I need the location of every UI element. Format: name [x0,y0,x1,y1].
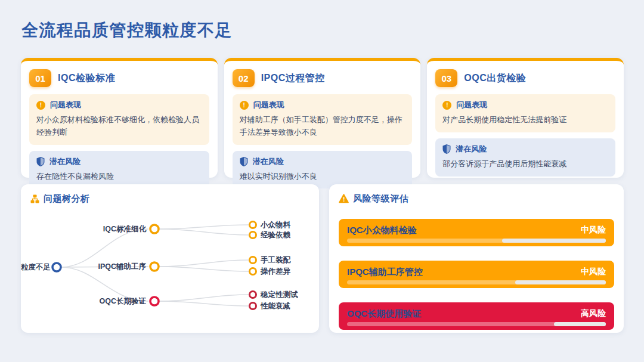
risk-box: 潜在风险 难以实时识别微小不良 [233,151,413,189]
number-badge: 02 [233,69,255,87]
tree-root-label: 粒度不足 [21,263,51,271]
problem-label: 问题表现 [253,100,284,110]
tree-leaf-label: 手工装配 [261,255,292,264]
risk-progress-track [347,280,606,284]
risk-bar-label: IQC小众物料检验 [347,225,417,236]
tree-branch-node [150,297,159,305]
risk-level-badge: 中风险 [581,225,606,236]
risk-label: 潜在风险 [253,156,284,167]
card-title: IPQC过程管控 [261,72,325,85]
tree-branch-label: OQC长期验证 [100,297,147,305]
card-header: 03 OQC出货检验 [435,69,615,87]
org-tree-icon [30,194,39,203]
tree-leaf-node [250,257,256,264]
alert-circle-icon: ! [36,101,45,110]
risk-bar-label: IPQC辅助工序管控 [347,267,423,278]
problem-box: ! 问题表现 对辅助工序（如手工装配）管控力度不足，操作手法差异导致微小不良 [233,94,413,145]
risk-text: 难以实时识别微小不良 [240,171,405,183]
risk-label: 潜在风险 [456,144,487,154]
risk-bar-label: OQC长期使用验证 [347,308,421,320]
tree-root-node [52,263,61,271]
risk-label: 潜在风险 [49,156,80,167]
risk-box: 潜在风险 存在隐性不良漏检风险 [29,151,209,189]
tree-leaf-node [250,232,256,239]
risk-bar-iqc: IQC小众物料检验 中风险 [339,219,614,246]
warning-triangle-icon [339,194,349,203]
problem-box-header: ! 问题表现 [442,100,608,110]
risk-progress-remaining [554,322,606,326]
risk-assessment-panel: 风险等级评估 IQC小众物料检验 中风险 IPQC辅助工序管控 中风险 OQC长… [329,184,624,333]
risk-progress-track [347,322,606,326]
risk-level-badge: 中风险 [581,267,606,277]
tree-leaf-node [250,292,256,298]
risk-panel-title: 风险等级评估 [353,193,408,205]
problem-tree-diagram: 粒度不足 IQC标准细化 IPQC辅助工序 OQC长期验证 小众物料 经验依赖 … [21,208,319,330]
tree-panel-header: 问题树分析 [30,193,309,205]
process-cards-row: 01 IQC检验标准 ! 问题表现 对小众原材料检验标准不够细化，依赖检验人员经… [21,58,624,178]
problem-text: 对产品长期使用稳定性无法提前验证 [442,114,608,126]
card-ipqc: 02 IPQC过程管控 ! 问题表现 对辅助工序（如手工装配）管控力度不足，操作… [224,58,421,178]
alert-circle-icon: ! [240,101,249,110]
card-title: OQC出货检验 [464,72,526,85]
card-title: IQC检验标准 [58,72,115,85]
problem-text: 对小众原材料检验标准不够细化，依赖检验人员经验判断 [36,114,202,139]
tree-leaf-label: 小众物料 [260,221,291,229]
risk-progress-track [347,239,606,243]
tree-leaf-node [250,268,256,275]
risk-bar-ipqc: IPQC辅助工序管控 中风险 [339,261,614,288]
risk-progress-remaining [502,239,606,243]
problem-box-header: ! 问题表现 [36,100,202,110]
risk-box-header: 潜在风险 [36,156,202,167]
tree-branch-label: IQC标准细化 [103,225,147,233]
problem-label: 问题表现 [50,100,81,110]
shield-icon [442,144,451,154]
problem-box: ! 问题表现 对小众原材料检验标准不够细化，依赖检验人员经验判断 [29,94,209,145]
problem-tree-panel: 问题树分析 粒度不足 IQC标准细化 IPQC辅助工序 OQC长期验证 小众物料… [21,184,319,333]
risk-box: 潜在风险 部分客诉源于产品使用后期性能衰减 [435,138,615,177]
shield-icon [36,157,45,166]
problem-box: ! 问题表现 对产品长期使用稳定性无法提前验证 [435,94,615,132]
alert-circle-icon: ! [442,101,451,110]
shield-icon [240,157,248,166]
risk-text: 部分客诉源于产品使用后期性能衰减 [442,158,608,171]
card-header: 02 IPQC过程管控 [233,69,413,87]
number-badge: 01 [29,69,51,87]
tree-leaf-label: 操作差异 [260,267,291,276]
tree-branch-label: IPQC辅助工序 [98,262,146,271]
risk-level-badge: 高风险 [581,308,606,319]
tree-panel-title: 问题树分析 [44,193,90,205]
risk-bar-oqc: OQC长期使用验证 高风险 [339,302,614,330]
card-oqc: 03 OQC出货检验 ! 问题表现 对产品长期使用稳定性无法提前验证 潜在风险 … [427,58,624,178]
problem-text: 对辅助工序（如手工装配）管控力度不足，操作手法差异导致微小不良 [240,114,405,139]
tree-branch-node [150,225,159,233]
problem-box-header: ! 问题表现 [240,100,405,110]
risk-progress-remaining [515,280,606,284]
tree-leaf-label: 经验依赖 [260,231,291,239]
page-title: 全流程品质管控颗粒度不足 [21,19,233,42]
risk-text: 存在隐性不良漏检风险 [36,171,202,183]
risk-panel-header: 风险等级评估 [339,193,614,205]
tree-branch-node [150,262,159,271]
tree-leaf-node [250,303,256,310]
tree-leaf-label: 性能衰减 [260,301,290,310]
risk-box-header: 潜在风险 [240,156,405,167]
tree-leaf-label: 稳定性测试 [260,290,298,299]
risk-box-header: 潜在风险 [442,144,608,154]
number-badge: 03 [435,69,457,87]
problem-label: 问题表现 [456,100,487,110]
card-iqc: 01 IQC检验标准 ! 问题表现 对小众原材料检验标准不够细化，依赖检验人员经… [21,58,218,178]
card-header: 01 IQC检验标准 [29,69,209,87]
tree-leaf-node [250,222,256,228]
